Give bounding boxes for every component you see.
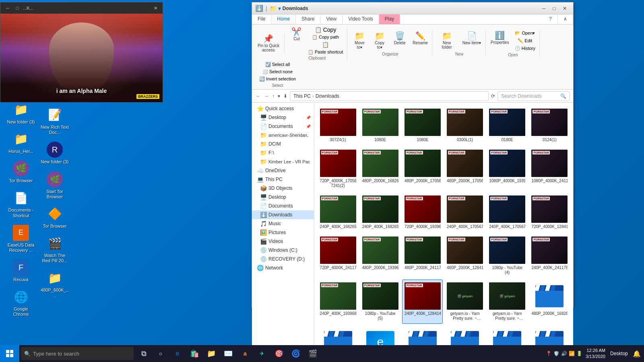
file-item-partial-6[interactable]: PORNSTAR 0124(1) bbox=[529, 106, 570, 145]
address-path[interactable]: This PC › Downloads bbox=[290, 91, 489, 101]
file-item-14[interactable]: PORNSTAR 480P_2000K_193968181 bbox=[360, 234, 400, 278]
desktop-icon-subliminal[interactable]: 📁 Horus_Her... bbox=[5, 129, 37, 156]
file-item-12[interactable]: PORNSTAR 720P_4000K_128414221 bbox=[529, 193, 570, 232]
copy-to-button[interactable]: 📁 Copyto▾ bbox=[370, 30, 389, 51]
taskbar-amazon-button[interactable]: a bbox=[237, 345, 254, 362]
file-item-19[interactable]: PORNSTAR 240P_400K_193968181 bbox=[318, 280, 358, 324]
paste-button[interactable]: 📋 bbox=[305, 41, 345, 48]
file-item-20[interactable]: PORNSTAR 1080p - YouTube (5) bbox=[360, 280, 400, 324]
delete-button[interactable]: 🗑️ Delete bbox=[390, 30, 409, 51]
refresh-button[interactable]: ⟳ bbox=[490, 93, 496, 100]
copy-path-button[interactable]: 📋 Copy path bbox=[305, 34, 345, 40]
nav-home-button[interactable]: ⬇ bbox=[283, 93, 288, 100]
sidebar-item-recovery-d[interactable]: 💿 RECOVERY (D:) bbox=[252, 255, 314, 263]
sidebar-item-desktop-nav[interactable]: 🖥️ Desktop bbox=[252, 193, 314, 202]
sidebar-item-3d-objects-nav[interactable]: 📦 3D Objects bbox=[252, 184, 314, 193]
downloads-breadcrumb[interactable]: Downloads bbox=[316, 93, 339, 99]
taskbar-app3-button[interactable]: 🌀 bbox=[287, 345, 304, 362]
tab-home[interactable]: Home bbox=[271, 14, 296, 24]
file-item-5[interactable]: PORNSTAR 1080P_4000K_193968181 bbox=[487, 147, 528, 191]
desktop-icon-480p-shortcut[interactable]: 📁 480P_600K_... bbox=[39, 267, 71, 300]
file-item-6[interactable]: PORNSTAR 1080P_4000K_241178501 bbox=[529, 147, 570, 191]
desktop-icon-new-rich-text[interactable]: 📝 New Rich Text Doc... bbox=[39, 105, 71, 138]
edit-button[interactable]: ✏️ Edit bbox=[512, 37, 538, 44]
file-item-4[interactable]: PORNSTAR 480P_2000K_170567241(1) bbox=[444, 147, 485, 191]
sidebar-item-desktop[interactable]: 🖥️ Desktop 📌 bbox=[252, 113, 314, 122]
file-item-11[interactable]: PORNSTAR 240P_400K_170567241(2) bbox=[487, 193, 528, 232]
desktop-icon-vlc[interactable]: 🔶 Tor Browser bbox=[39, 204, 71, 231]
file-item-23[interactable]: 🎬 getyarn getyarn.io - Yarn Pretty sure.… bbox=[487, 280, 528, 324]
file-item-3[interactable]: PORNSTAR 480P_2000K_170565002(1) bbox=[402, 147, 443, 191]
nav-recent-button[interactable]: ▾ bbox=[277, 93, 281, 100]
taskbar-edge-button[interactable]: e bbox=[169, 345, 186, 362]
notification-button[interactable]: 🔔 bbox=[633, 350, 641, 358]
tab-share[interactable]: Share bbox=[296, 14, 320, 24]
taskbar-explorer-button[interactable]: 📁 bbox=[203, 345, 220, 362]
file-item-24[interactable]: 480P_2000K_168265002 bbox=[529, 280, 570, 324]
file-item-10[interactable]: PORNSTAR 240P_400K_170567241(1) bbox=[444, 193, 485, 232]
desktop-icon-google-chrome[interactable]: 🌐 Google Chrome bbox=[5, 286, 37, 319]
sidebar-item-this-pc[interactable]: 💻 This PC bbox=[252, 175, 314, 184]
file-item-9[interactable]: PORNSTAR 720P_4000K_193968181 bbox=[402, 193, 443, 232]
sidebar-item-videos[interactable]: 🎬 Videos bbox=[252, 237, 314, 246]
desktop-icon-documents-shortcut[interactable]: 📄 Documents - Shortcut bbox=[5, 187, 37, 220]
move-to-button[interactable]: 📁 Moveto▾ bbox=[350, 30, 369, 51]
nav-back-button[interactable]: ← bbox=[255, 93, 262, 100]
desktop-icon-easeus[interactable]: E EaseUS Data Recovery ... bbox=[5, 222, 37, 255]
video-close-button[interactable]: ✕ bbox=[151, 4, 159, 12]
copy-button[interactable]: 📋 Copy bbox=[305, 26, 345, 33]
ribbon-help-button[interactable]: ? bbox=[543, 14, 558, 24]
paste-shortcut-button[interactable]: 📋 Paste shortcut bbox=[305, 49, 345, 55]
cut-button[interactable]: ✂️ Cut bbox=[289, 26, 305, 55]
taskbar-store-button[interactable]: 🛍️ bbox=[186, 345, 203, 362]
file-item-partial-1[interactable]: PORNSTAR 307Z4(1) bbox=[318, 106, 358, 145]
new-folder-button[interactable]: 📁 Newfolder bbox=[435, 30, 459, 51]
search-box[interactable]: Search Downloads 🔍 bbox=[497, 91, 570, 101]
history-button[interactable]: 🕐 History bbox=[512, 45, 538, 52]
desktop-icon-tor-browser[interactable]: 🌿 Tor Browser bbox=[5, 158, 37, 186]
sidebar-item-documents[interactable]: 📄 Documents 📌 bbox=[252, 122, 314, 131]
taskbar-cortana-button[interactable]: ○ bbox=[152, 345, 169, 362]
sidebar-item-dcim[interactable]: 📁 DCIM bbox=[252, 140, 314, 148]
sidebar-item-pictures[interactable]: 🖼️ Pictures bbox=[252, 228, 314, 237]
rename-button[interactable]: ✏️ Rename bbox=[410, 30, 430, 51]
sidebar-item-documents-nav[interactable]: 📄 Documents bbox=[252, 202, 314, 210]
ribbon-collapse-button[interactable]: ∧ bbox=[558, 14, 573, 24]
sidebar-item-network[interactable]: 🌐 Network bbox=[252, 263, 314, 272]
tab-play[interactable]: Play bbox=[379, 14, 400, 24]
explorer-minimize-button[interactable]: ─ bbox=[539, 3, 549, 14]
desktop-icon-new-folder3[interactable]: 📁 New folder (3) bbox=[5, 99, 37, 127]
file-item-21[interactable]: PORNSTAR 240P_400K_128414221 bbox=[402, 280, 443, 324]
this-pc-breadcrumb[interactable]: This PC bbox=[293, 93, 311, 99]
file-item-18[interactable]: PORNSTAR 240P_400K_241178501 bbox=[529, 234, 570, 278]
tab-video-tools[interactable]: Video Tools bbox=[343, 14, 379, 24]
file-grid[interactable]: PORNSTAR 307Z4(1) PORNSTAR 1080E PORNSTA… bbox=[314, 103, 573, 353]
file-item-partial-3[interactable]: PORNSTAR 1080E bbox=[402, 106, 443, 145]
sidebar-item-quick-access[interactable]: ⭐ Quick access bbox=[252, 104, 314, 113]
desktop-icon-freefileview[interactable]: F Recuva bbox=[5, 257, 37, 285]
video-maximize-button[interactable]: □ bbox=[13, 4, 21, 12]
file-item-13[interactable]: PORNSTAR 720P_4000K_241178501 bbox=[318, 234, 358, 278]
tab-file[interactable]: File bbox=[252, 14, 271, 24]
file-item-partial-5[interactable]: PORNSTAR 0180E bbox=[487, 106, 528, 145]
tab-view[interactable]: View bbox=[320, 14, 343, 24]
file-item-2[interactable]: PORNSTAR 480P_2000K_168265002(1) bbox=[360, 147, 400, 191]
invert-selection-button[interactable]: 🔄 Invert selection bbox=[257, 76, 298, 82]
video-minimize-button[interactable]: ─ bbox=[4, 4, 12, 12]
properties-button[interactable]: ℹ️ Properties bbox=[488, 30, 512, 52]
desktop-icon-start-tor[interactable]: 🌿 Start Tor Browser bbox=[39, 169, 71, 202]
desktop-icon-watch-red-pill[interactable]: 🎬 Watch The Red Pill 20... bbox=[39, 233, 71, 266]
desktop-icon-recuva[interactable]: R New folder (3) bbox=[39, 139, 71, 167]
sidebar-item-downloads[interactable]: ⬇️ Downloads bbox=[252, 210, 314, 219]
open-button[interactable]: 📂 Open▾ bbox=[512, 30, 538, 37]
file-item-7[interactable]: PORNSTAR 240P_400K_168265002(1) bbox=[318, 193, 358, 232]
file-item-17[interactable]: PORNSTAR 1080p - YouTube (4) bbox=[487, 234, 528, 278]
file-item-15[interactable]: PORNSTAR 480P_2000K_241178501 bbox=[402, 234, 443, 278]
taskbar-media-button[interactable]: 🎬 bbox=[304, 345, 321, 362]
pin-quick-access-button[interactable]: 📌 Pin to Quickaccess bbox=[255, 33, 282, 54]
taskbar-mail-button[interactable]: ✉️ bbox=[220, 345, 237, 362]
file-item-partial-4[interactable]: PORNSTAR 0300L(1) bbox=[444, 106, 485, 145]
explorer-maximize-button[interactable]: □ bbox=[549, 3, 559, 14]
nav-forward-button[interactable]: → bbox=[263, 93, 270, 100]
select-all-button[interactable]: ☑️ Select all bbox=[257, 61, 298, 68]
